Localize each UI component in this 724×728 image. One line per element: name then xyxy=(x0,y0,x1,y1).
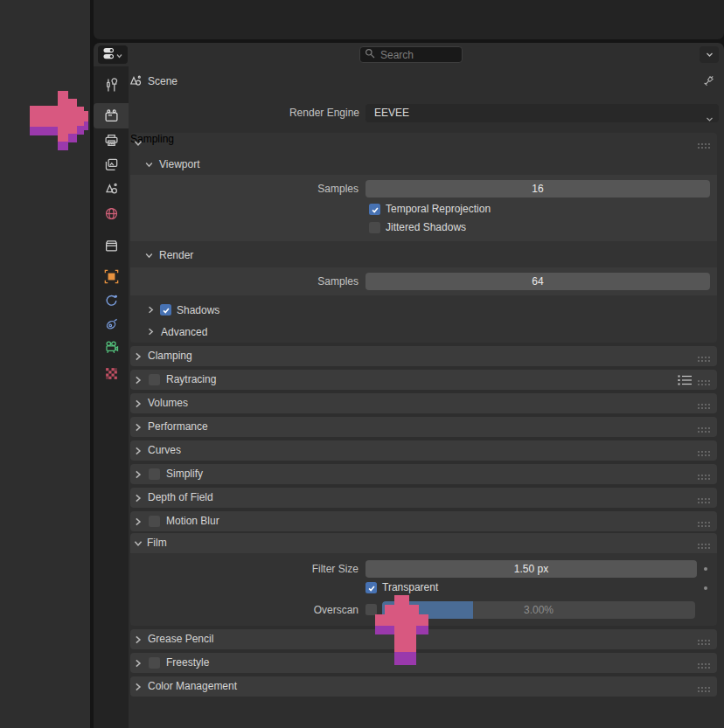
tab-object[interactable] xyxy=(104,269,119,284)
viewport-samples-value: 16 xyxy=(532,183,543,195)
panel-grip-handle[interactable] xyxy=(697,683,711,696)
render-subpanel-title[interactable]: Render xyxy=(159,248,193,262)
jittered-shadows-checkbox[interactable] xyxy=(369,222,380,233)
tab-output[interactable] xyxy=(104,133,119,148)
chevron-down-icon xyxy=(116,49,122,61)
render-samples-label: Samples xyxy=(130,273,359,290)
simplify-checkbox[interactable] xyxy=(149,468,160,480)
breadcrumb-scene[interactable]: Scene xyxy=(148,74,178,88)
header-dropdown-button[interactable] xyxy=(700,46,719,63)
left-editor-area xyxy=(0,0,90,728)
panel-raytracing[interactable]: Raytracing xyxy=(130,370,717,390)
viewport-subpanel-title[interactable]: Viewport xyxy=(159,157,199,171)
filter-size-slider[interactable]: 1.50 px xyxy=(365,560,697,578)
panel-title: Simplify xyxy=(166,467,203,482)
chevron-right-icon[interactable] xyxy=(146,305,156,317)
advanced-subpanel-title[interactable]: Advanced xyxy=(161,325,207,339)
panel-grip-handle[interactable] xyxy=(697,140,711,152)
render-engine-label: Render Engine xyxy=(131,104,359,122)
search-box[interactable] xyxy=(359,46,463,63)
tab-render[interactable] xyxy=(104,108,119,123)
panel-grip-handle[interactable] xyxy=(697,471,711,483)
panel-title: Motion Blur xyxy=(166,514,219,529)
tab-tool[interactable] xyxy=(104,78,119,93)
render-engine-value: EEVEE xyxy=(374,104,409,122)
overscan-slider[interactable]: 3.00% xyxy=(382,601,695,619)
panel-title: Color Management xyxy=(148,679,237,694)
editor-type-button[interactable] xyxy=(98,45,128,64)
search-input[interactable] xyxy=(379,48,452,62)
tab-texture[interactable] xyxy=(104,366,119,381)
raytracing-checkbox[interactable] xyxy=(149,374,160,385)
properties-editor: Scene Render Engine EEVEE Sampling xyxy=(94,43,724,728)
filter-size-value: 1.50 px xyxy=(514,563,548,575)
temporal-reprojection-checkbox[interactable] xyxy=(369,204,380,215)
render-samples-slider[interactable]: 64 xyxy=(365,273,710,290)
tab-view-layer[interactable] xyxy=(104,157,119,172)
film-header[interactable]: Film xyxy=(130,533,717,553)
panel-grip-handle[interactable] xyxy=(697,400,711,413)
panel-grip-handle[interactable] xyxy=(697,495,711,507)
overscan-label: Overscan xyxy=(130,601,359,619)
overscan-checkbox[interactable] xyxy=(365,604,377,615)
panel-title: Grease Pencil xyxy=(148,632,213,647)
panel-grip-handle[interactable] xyxy=(697,424,711,436)
film-title: Film xyxy=(147,536,167,551)
tab-constraints[interactable] xyxy=(104,316,119,331)
shadows-subpanel-title[interactable]: Shadows xyxy=(177,303,219,317)
presets-list-icon[interactable] xyxy=(678,374,693,389)
tab-physics[interactable] xyxy=(104,293,119,308)
panel-film: Film Filter Size 1.50 px Transparent Ove… xyxy=(130,533,717,626)
tab-scene[interactable] xyxy=(104,182,119,197)
panel-title: Freestyle xyxy=(166,655,209,670)
viewport-samples-label: Samples xyxy=(130,180,359,198)
transparent-label: Transparent xyxy=(382,580,438,594)
panel-color-management[interactable]: Color Management xyxy=(130,676,717,697)
panel-title: Volumes xyxy=(148,396,188,411)
tab-object-data[interactable] xyxy=(104,340,119,355)
motion-blur-checkbox[interactable] xyxy=(149,516,160,527)
decorator-dot[interactable] xyxy=(704,567,707,571)
chevron-down-icon[interactable] xyxy=(144,160,154,172)
panel-grip-handle[interactable] xyxy=(697,353,711,365)
panel-title: Raytracing xyxy=(166,372,216,387)
panel-grip-handle[interactable] xyxy=(697,636,711,648)
panel-grip-handle[interactable] xyxy=(697,377,711,389)
panel-curves[interactable]: Curves xyxy=(130,440,717,461)
tab-world[interactable] xyxy=(104,206,119,221)
render-engine-dropdown[interactable]: EEVEE xyxy=(365,104,719,122)
blender-window: Scene Render Engine EEVEE Sampling xyxy=(0,0,724,728)
panel-volumes[interactable]: Volumes xyxy=(130,393,717,413)
panel-motion-blur[interactable]: Motion Blur xyxy=(130,511,717,531)
panel-grip-handle[interactable] xyxy=(697,518,711,530)
render-samples-value: 64 xyxy=(532,275,543,288)
temporal-reprojection-label: Temporal Reprojection xyxy=(386,202,491,216)
panel-performance[interactable]: Performance xyxy=(130,417,717,437)
properties-editor-icon xyxy=(103,47,115,63)
pin-icon[interactable] xyxy=(702,73,716,90)
freestyle-checkbox[interactable] xyxy=(149,657,160,669)
viewport-samples-slider[interactable]: 16 xyxy=(365,180,710,198)
panel-clamping[interactable]: Clamping xyxy=(130,346,717,366)
panel-sampling: Sampling Viewport Samples 16 Temporal Re… xyxy=(130,133,717,343)
chevron-down-icon[interactable] xyxy=(144,251,154,263)
panel-title: Performance xyxy=(148,419,208,434)
panel-title: Curves xyxy=(148,443,181,458)
decorator-dot[interactable] xyxy=(704,586,707,590)
chevron-down-icon[interactable] xyxy=(133,138,143,151)
chevron-down-icon xyxy=(706,110,714,128)
chevron-right-icon[interactable] xyxy=(146,327,156,339)
shadows-checkbox[interactable] xyxy=(160,304,171,315)
panel-depth-of-field[interactable]: Depth of Field xyxy=(130,488,717,508)
panel-grip-handle[interactable] xyxy=(697,447,711,460)
tab-collection[interactable] xyxy=(104,239,119,253)
panel-grip-handle[interactable] xyxy=(697,660,711,672)
search-icon xyxy=(365,48,375,61)
panel-grease-pencil[interactable]: Grease Pencil xyxy=(130,629,717,649)
panel-freestyle[interactable]: Freestyle xyxy=(130,653,717,673)
transparent-checkbox[interactable] xyxy=(365,582,377,593)
panel-grip-handle[interactable] xyxy=(697,540,711,552)
panel-title: Clamping xyxy=(148,349,192,364)
panel-simplify[interactable]: Simplify xyxy=(130,464,717,484)
sampling-title[interactable]: Sampling xyxy=(130,133,717,145)
